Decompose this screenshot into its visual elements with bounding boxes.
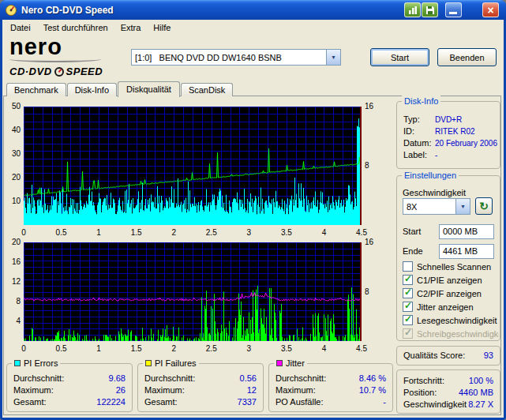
axis-tick-label: 1.5 — [126, 228, 148, 237]
titlebar[interactable]: Nero CD-DVD Speed × — [0, 0, 506, 20]
disk-id-value: RITEK R02 — [435, 127, 475, 136]
pi-errors-chart-canvas — [24, 107, 362, 225]
menu-test-durchfuehren[interactable]: Test durchführen — [37, 21, 114, 34]
close-icon: × — [487, 5, 493, 16]
tab-benchmark[interactable]: Benchmark — [6, 83, 66, 96]
quality-score-panel: Qualitäts Score: 93 — [396, 346, 500, 366]
axis-tick-label: 2.5 — [201, 228, 223, 237]
logo-speed-text: SPEED — [66, 66, 103, 77]
disk-label-value: - — [435, 151, 437, 159]
menu-hilfe[interactable]: Hilfe — [147, 21, 177, 34]
checkbox-c1-pie[interactable]: C1/PIE anzeigen — [403, 275, 499, 285]
panel-title: PI Failures — [155, 358, 197, 368]
axis-tick-label: 3.5 — [275, 344, 298, 353]
start-position-field[interactable]: 0000 MB — [439, 224, 494, 239]
field-label: Datum: — [403, 138, 435, 148]
checkbox-schreibgeschwindigkeit: Schreibgeschwindigkei — [403, 328, 499, 339]
nero-logo: nero CD·DVD SPEED — [9, 36, 128, 77]
capture-chart-button[interactable] — [404, 2, 421, 17]
stat-label: Gesamt: — [13, 397, 47, 407]
axis-tick-label: 3 — [238, 228, 260, 237]
pi-errors-panel: PI Errors Durchschnitt:9.68 Maximum:26 G… — [6, 363, 133, 412]
end-position-field[interactable]: 4461 MB — [439, 244, 494, 259]
save-image-button[interactable] — [422, 2, 438, 17]
progress-label: Fortschritt: — [403, 376, 444, 385]
stat-value: 0.56 — [240, 373, 257, 383]
checkbox-lesegeschwindigkeit[interactable]: Lesegeschwindigkeit a — [403, 315, 499, 325]
pi-errors-swatch — [14, 360, 21, 366]
position-label: Position: — [403, 388, 437, 397]
axis-tick-label: 2 — [163, 344, 185, 353]
panel-title: Einstellungen — [404, 171, 456, 180]
position-value: 4460 MB — [459, 388, 493, 397]
menu-datei[interactable]: Datei — [4, 21, 37, 34]
menu-extra[interactable]: Extra — [114, 21, 148, 34]
start-button[interactable]: Start — [370, 48, 429, 66]
axis-tick-label: 40 — [0, 126, 21, 134]
current-speed-label: Geschwindigkeit — [403, 399, 467, 409]
axis-tick-label: 12 — [0, 277, 21, 286]
axis-tick-label: 20 — [0, 238, 21, 246]
stat-label: Maximum: — [144, 385, 185, 395]
speed-label: Geschwindigkeit — [403, 188, 466, 197]
axis-tick-label: 16 — [0, 257, 21, 266]
logo-cddvd-text: CD·DVD — [9, 66, 52, 77]
minimize-button[interactable] — [445, 2, 462, 17]
field-label: Label: — [403, 150, 435, 159]
refresh-speeds-button[interactable]: ↻ — [475, 197, 493, 215]
checkbox-icon — [403, 288, 413, 298]
stat-label: Gesamt: — [144, 397, 178, 407]
axis-tick-label: 4 — [313, 228, 335, 237]
tab-bar: Benchmark Disk-Info Diskqualität ScanDis… — [6, 81, 234, 96]
stat-value: 8.46 % — [359, 373, 386, 383]
axis-tick-label: 0.5 — [51, 344, 73, 353]
panel-title: Jitter — [286, 358, 305, 368]
checkbox-jitter[interactable]: Jitter anzeigen — [403, 302, 499, 312]
quit-button[interactable]: Beenden — [437, 48, 497, 66]
tab-disk-info[interactable]: Disk-Info — [67, 83, 117, 96]
chevron-down-icon[interactable]: ▼ — [455, 199, 470, 214]
stat-label: Maximum: — [13, 385, 54, 395]
checkbox-schnelles-scannen[interactable]: Schnelles Scannen — [403, 261, 499, 272]
progress-value: 100 % — [469, 376, 493, 385]
stat-label: PO Ausfälle: — [275, 397, 324, 407]
axis-tick-label: 1.5 — [126, 344, 148, 353]
axis-tick-label: 1 — [88, 228, 110, 237]
refresh-icon: ↻ — [479, 201, 489, 212]
start-position-label: Start — [403, 227, 421, 236]
quit-button-label: Beenden — [449, 53, 484, 62]
axis-tick-label: 1 — [88, 344, 110, 353]
window-title: Nero CD-DVD Speed — [21, 5, 114, 16]
axis-tick-label: 4 — [313, 344, 335, 353]
axis-tick-label: 2 — [163, 228, 185, 237]
speed-select[interactable]: 8X ▼ — [403, 198, 470, 215]
progress-panel: Fortschritt:100 % Position:4460 MB Gesch… — [396, 369, 500, 414]
checkbox-icon — [403, 261, 413, 272]
drive-select[interactable]: [1:0] BENQ DVD DD DW1640 BSNB ▼ — [131, 49, 341, 66]
axis-tick-label: 16 — [365, 238, 385, 246]
axis-tick-label: 4.5 — [350, 344, 373, 353]
chevron-down-icon[interactable]: ▼ — [326, 50, 340, 65]
stat-value: - — [383, 397, 386, 407]
checkbox-icon — [403, 275, 413, 285]
jitter-panel: Jitter Durchschnitt:8.46 % Maximum:10.7 … — [268, 363, 393, 412]
speed-select-value: 8X — [403, 199, 455, 214]
panel-title: PI Errors — [24, 358, 58, 368]
stat-value: 122224 — [96, 397, 126, 407]
stat-value: 26 — [116, 385, 126, 395]
pi-failures-swatch — [145, 360, 152, 366]
stat-value: 10.7 % — [359, 385, 386, 395]
tab-diskqualitaet[interactable]: Diskqualität — [118, 81, 180, 97]
stat-label: Maximum: — [275, 385, 316, 395]
pi-failures-panel: PI Failures Durchschnitt:0.56 Maximum:12… — [137, 363, 264, 412]
close-button[interactable]: × — [482, 2, 499, 17]
pi-failures-jitter-chart-canvas — [24, 242, 362, 341]
stat-label: Durchschnitt: — [275, 373, 326, 383]
checkbox-c2-pif[interactable]: C2/PIF anzeigen — [403, 288, 499, 298]
stat-value: 7337 — [238, 397, 257, 407]
tab-scandisk[interactable]: ScanDisk — [181, 83, 233, 96]
axis-tick-label: 30 — [0, 149, 21, 158]
axis-tick-label: 50 — [0, 102, 21, 111]
stat-value: 9.68 — [109, 373, 126, 383]
speedometer-icon — [54, 67, 64, 77]
